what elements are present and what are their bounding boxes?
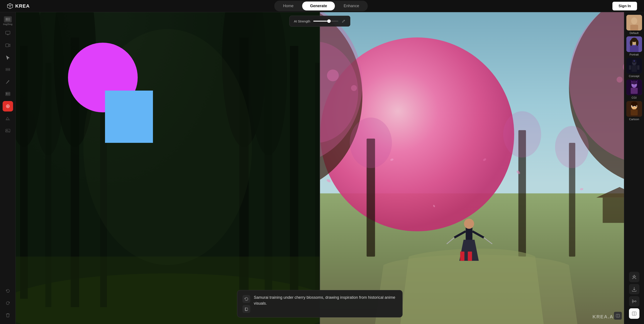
svg-point-58 — [616, 77, 622, 82]
sidebar-tool-select[interactable] — [2, 52, 13, 63]
svg-point-116 — [631, 102, 638, 106]
left-sidebar: Img2Img — [0, 12, 16, 324]
nav-tabs: Home Generate Enhance — [274, 1, 368, 11]
sidebar-tool-layers[interactable] — [2, 64, 13, 75]
prompt-text-display: Samurai training under cherry blossoms, … — [254, 295, 397, 306]
logo: KREA — [7, 3, 30, 9]
img2img-label: Img2Img — [3, 23, 12, 25]
canvas-right[interactable]: KREA.AI — [320, 12, 624, 324]
tab-enhance[interactable]: Enhance — [336, 1, 367, 10]
svg-point-84 — [631, 17, 637, 24]
style-label-default: Default — [630, 31, 638, 35]
sidebar-tool-monitor[interactable] — [2, 28, 13, 38]
sidebar-tool-img2img[interactable]: Img2Img — [2, 16, 13, 26]
sidebar-tool-media[interactable] — [2, 125, 13, 136]
svg-rect-95 — [629, 65, 631, 70]
svg-rect-4 — [6, 44, 9, 47]
svg-point-67 — [464, 219, 474, 229]
split-view-toggle[interactable] — [614, 312, 622, 320]
sidebar-tool-redo[interactable] — [2, 298, 13, 308]
svg-rect-6 — [6, 70, 10, 70]
prompt-refresh-button[interactable] — [242, 295, 250, 303]
style-preset-portrait[interactable]: Portrait — [626, 36, 643, 56]
right-sidebar: Default Portrait — [624, 12, 644, 324]
logo-text: KREA — [15, 3, 30, 9]
svg-point-121 — [632, 302, 633, 303]
svg-point-117 — [632, 278, 633, 279]
style-label-cgi: CGI — [632, 96, 636, 99]
svg-point-64 — [555, 126, 589, 168]
canvas-left[interactable] — [16, 12, 320, 324]
svg-point-45 — [351, 85, 357, 91]
sidebar-bottom — [2, 286, 13, 321]
prompt-icons — [242, 295, 250, 313]
sidebar-tool-gallery[interactable] — [2, 89, 13, 99]
sidebar-tool-erase[interactable] — [2, 113, 13, 124]
style-preset-default[interactable]: Default — [626, 15, 643, 35]
krea-watermark: KREA.AI — [592, 314, 615, 320]
ai-strength-panel: AI Strength — [289, 16, 350, 26]
logo-icon — [7, 3, 13, 9]
samurai-scene-svg — [320, 12, 624, 324]
share-action-button[interactable] — [629, 296, 640, 307]
svg-rect-11 — [6, 129, 10, 132]
svg-rect-80 — [246, 308, 248, 311]
sign-in-button[interactable]: Sign In — [612, 2, 637, 10]
svg-rect-101 — [631, 88, 638, 94]
style-thumb-concept — [626, 58, 642, 74]
style-preset-cgi[interactable]: CGI — [626, 79, 643, 99]
canvas-area: AI Strength — [16, 12, 624, 324]
style-label-portrait: Portrait — [630, 53, 639, 56]
sidebar-tool-video[interactable] — [2, 40, 13, 50]
style-preset-cartoon[interactable]: Cartoon — [626, 101, 643, 121]
download-action-button[interactable] — [629, 284, 640, 294]
ai-strength-label: AI Strength — [294, 19, 310, 23]
svg-point-90 — [630, 40, 632, 46]
main-layout: Img2Img — [0, 12, 644, 324]
style-label-cartoon: Cartoon — [629, 118, 639, 121]
right-actions — [629, 269, 640, 322]
svg-point-118 — [635, 278, 636, 279]
svg-rect-94 — [632, 65, 637, 72]
tab-generate[interactable]: Generate — [302, 1, 335, 10]
svg-rect-5 — [6, 68, 10, 69]
svg-rect-88 — [630, 45, 638, 52]
style-preset-concept[interactable]: Concept — [626, 58, 643, 78]
enhance-action-button[interactable] — [629, 272, 640, 282]
ai-strength-fill — [313, 21, 328, 21]
svg-point-120 — [632, 300, 633, 301]
canvas-shape-rectangle[interactable] — [105, 91, 153, 143]
svg-point-91 — [636, 40, 638, 46]
prompt-copy-button[interactable] — [242, 305, 250, 313]
style-label-concept: Concept — [629, 74, 639, 78]
svg-point-42 — [327, 69, 339, 81]
sidebar-tool-active[interactable] — [2, 101, 13, 111]
split-view-action-button[interactable] — [629, 308, 640, 319]
forest-trees-svg — [16, 12, 320, 324]
ai-strength-slider[interactable] — [313, 21, 338, 21]
svg-rect-8 — [6, 92, 8, 95]
svg-point-98 — [634, 60, 635, 62]
top-nav: KREA Home Generate Enhance Sign In — [0, 0, 644, 12]
sidebar-tool-pen[interactable] — [2, 77, 13, 87]
svg-rect-9 — [8, 92, 10, 95]
svg-rect-69 — [468, 252, 472, 261]
svg-point-119 — [635, 301, 636, 302]
sidebar-tool-delete[interactable] — [2, 310, 13, 321]
canvas-split: KREA.AI — [16, 12, 624, 324]
tab-home[interactable]: Home — [275, 1, 301, 10]
style-thumb-cartoon — [626, 101, 642, 117]
ai-strength-thumb — [327, 19, 331, 23]
sidebar-tool-undo[interactable] — [2, 286, 13, 296]
svg-rect-68 — [460, 252, 464, 261]
style-thumb-portrait — [626, 36, 642, 52]
svg-rect-2 — [8, 18, 10, 20]
svg-rect-85 — [630, 25, 638, 30]
svg-rect-65 — [602, 198, 624, 223]
ai-strength-edit-icon[interactable] — [342, 19, 346, 23]
svg-point-12 — [6, 130, 8, 131]
svg-rect-1 — [6, 18, 8, 20]
svg-point-62 — [503, 111, 541, 158]
svg-rect-96 — [637, 65, 640, 70]
svg-rect-3 — [6, 31, 10, 34]
